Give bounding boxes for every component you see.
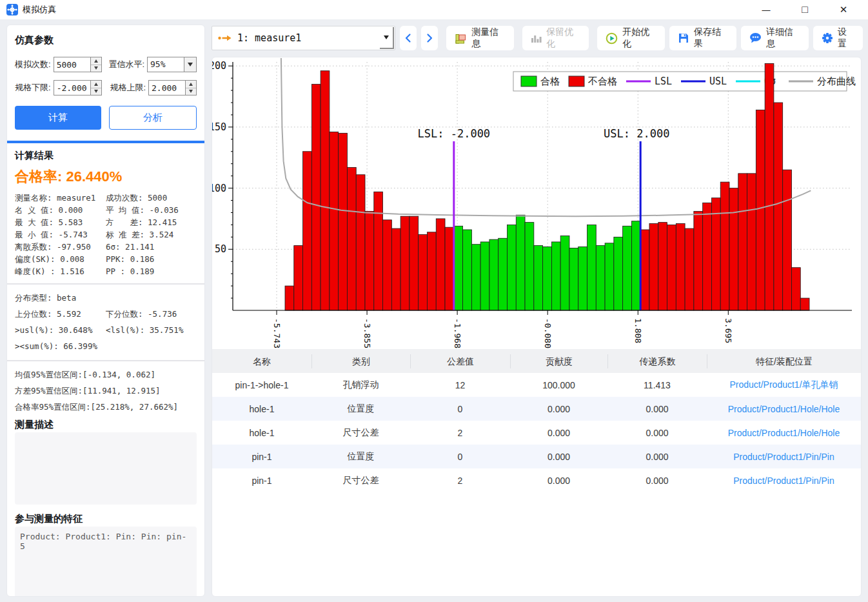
keep-optimize-button[interactable]: 保留优化 [522,26,589,50]
histogram-bar-fail [400,216,409,310]
stat-line: 名 义 值: 0.000 [15,204,106,216]
table-row[interactable]: pin-1位置度00.0000.000Product/Product1/Pin/… [212,445,861,468]
table-cell: hole-1 [212,428,311,438]
x-tick-label: 3.695 [724,318,733,343]
dropdown-arrow-icon[interactable] [184,57,196,72]
measure-selector-value: 1: measure1 [237,32,301,44]
table-cell: pin-1->hole-1 [212,380,311,390]
table-cell: 0.000 [607,476,707,486]
table-cell: 0.000 [510,452,607,462]
maximize-button[interactable]: □ [785,0,824,19]
settings-button[interactable]: 设置 [813,26,863,50]
table-cell: 位置度 [311,451,410,463]
confidence-value: 95% [148,57,184,72]
table-row[interactable]: pin-1->hole-1孔销浮动12100.00011.413Product/… [212,373,861,397]
spin-up-button[interactable] [186,81,196,88]
upper-spec-input[interactable] [149,81,185,95]
bar-chart-icon [531,33,542,43]
minimize-button[interactable]: — [747,0,785,19]
chevron-right-icon [425,33,434,43]
spin-down-button[interactable] [91,88,101,95]
usl-label: USL: 2.000 [604,127,669,140]
measured-features-box[interactable]: Product: Product1: Pin: Pin: pin-5 [15,527,197,597]
column-header[interactable]: 公差值 [410,354,510,368]
table-row[interactable]: hole-1位置度00.0000.000Product/Product1/Hol… [212,397,861,421]
sim-count-stepper[interactable] [54,57,102,72]
feature-path-link[interactable]: Product/Product1/单孔单销 [707,379,861,391]
histogram-bar-pass [489,239,498,310]
details-button[interactable]: 详细信息 [741,26,809,50]
histogram-bar-fail [774,103,783,310]
histogram-bar-pass [560,236,569,310]
spin-down-button[interactable] [91,65,101,72]
analyze-button[interactable]: 分析 [109,106,197,130]
table-row[interactable]: pin-1尺寸公差20.0000.000Product/Product1/Pin… [212,468,861,492]
feature-path-link[interactable]: Product/Product1/Hole/Hole [707,428,861,438]
simulation-sidebar: 仿真参数 模拟次数: 置信水平: 95% 规格下限: [6,25,205,597]
stat-line: 下分位数: -5.736 [106,306,197,322]
histogram-bar-fail [383,220,392,310]
feature-path-link[interactable]: Product/Product1/Hole/Hole [707,404,861,414]
prev-measure-button[interactable] [400,26,417,50]
column-header[interactable]: 特征/装配位置 [707,354,861,368]
stat-line: PP : 0.189 [106,265,197,277]
upper-spec-label: 规格上限: [110,82,146,94]
next-measure-button[interactable] [421,26,438,50]
histogram-bar-fail [294,246,303,310]
histogram-bar-pass [471,245,480,310]
table-row[interactable]: hole-1尺寸公差20.0000.000Product/Product1/Ho… [212,421,861,445]
measure-info-button[interactable]: 测量信息 [446,26,514,50]
distribution-stats: 分布类型: beta上分位数: 5.592下分位数: -5.736>usl(%)… [15,290,197,354]
blue-divider [7,141,204,143]
histogram-bar-fail [738,174,747,310]
spin-up-button[interactable] [91,57,101,65]
legend-swatch [569,76,584,86]
divider [7,283,204,285]
histogram-bar-pass [587,225,597,310]
sim-count-input[interactable] [54,57,90,72]
lower-spec-stepper[interactable] [54,80,102,95]
measure-selector[interactable]: 1: measure1 [212,26,395,50]
start-optimize-button[interactable]: 开始优化 [597,26,665,50]
histogram-bar-fail [694,212,703,310]
features-section-title: 参与测量的特征 [15,513,197,525]
histogram-bar-fail [649,224,658,310]
stat-line: 标 准 差: 3.524 [106,228,197,241]
lower-spec-input[interactable] [54,81,90,95]
histogram-bar-fail [747,174,756,310]
histogram-bar-pass [605,243,614,310]
histogram-bar-fail [339,133,348,310]
spin-down-button[interactable] [186,88,196,95]
upper-spec-stepper[interactable] [148,80,197,95]
interval-line: 合格率95%置信区间:[25.218%, 27.662%] [15,399,197,415]
dropdown-arrow-icon[interactable] [380,27,394,49]
close-button[interactable]: ✕ [824,0,863,19]
stat-line: 测量名称: measure1 [15,192,106,204]
stat-line: 最 大 值: 5.583 [15,216,106,228]
feature-path-link[interactable]: Product/Product1/Pin/Pin [707,476,861,486]
histogram-bar-fail [311,85,321,310]
calculate-button[interactable]: 计算 [15,106,101,130]
histogram-bar-fail [783,170,792,310]
table-cell: 0.000 [510,476,607,486]
svg-text:-5.743: -5.743 [272,318,282,348]
table-cell: pin-1 [212,452,311,462]
confidence-select[interactable]: 95% [147,57,197,72]
column-header[interactable]: 类别 [311,354,410,368]
chevron-left-icon [404,33,413,43]
save-results-button[interactable]: 保存结果 [669,26,736,50]
confidence-row: 置信水平: 95% [106,57,197,72]
column-header[interactable]: 名称 [212,354,311,368]
measure-description-box[interactable] [15,432,197,505]
column-header[interactable]: 传递系数 [607,354,707,368]
histogram-bar-pass [516,215,525,310]
feature-path-link[interactable]: Product/Product1/Pin/Pin [707,452,861,462]
x-tick-label: -5.743 [272,318,282,348]
stat-line: 峰度(K) : 1.516 [15,265,106,277]
pass-rate-label: 合格率: [15,168,62,185]
table-cell: 11.413 [607,380,707,390]
spin-up-button[interactable] [91,81,101,88]
stat-line: 离散系数: -97.950 [15,241,106,253]
histogram-bar-pass [596,246,605,310]
column-header[interactable]: 贡献度 [510,354,607,368]
